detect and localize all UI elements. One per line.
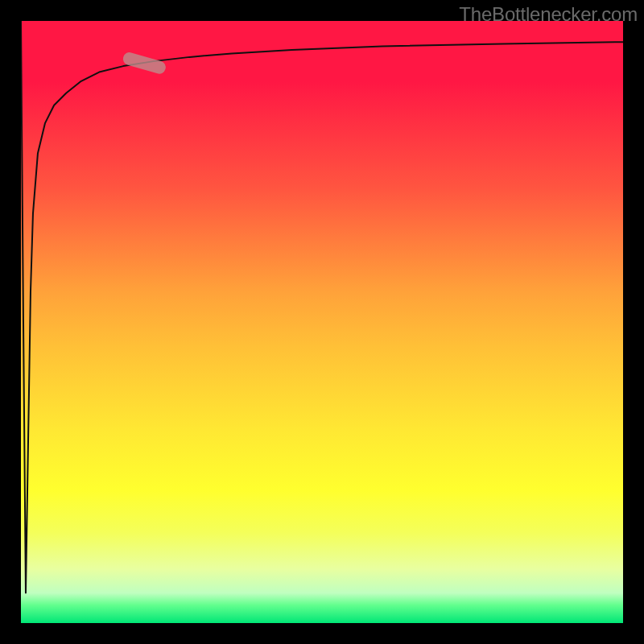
curve-layer [21,21,623,623]
plot-area [21,21,623,623]
highlight-marker [122,51,167,75]
main-curve [21,21,623,593]
